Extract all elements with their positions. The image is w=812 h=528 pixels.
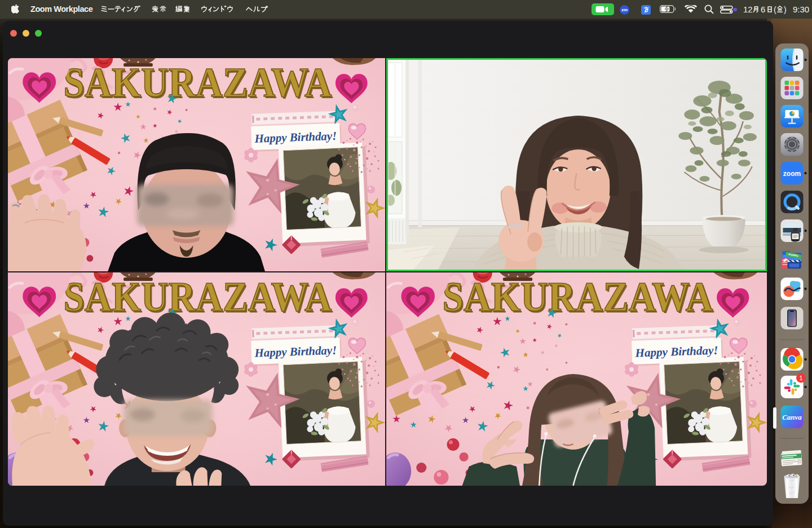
- svg-text:zoom: zoom: [783, 170, 801, 178]
- svg-text:(: (: [774, 5, 776, 14]
- svg-text:1: 1: [800, 375, 803, 381]
- svg-text:): ): [784, 5, 787, 14]
- svg-text:12: 12: [743, 5, 753, 14]
- svg-text:6: 6: [761, 5, 765, 14]
- svg-text:Canva: Canva: [782, 413, 802, 421]
